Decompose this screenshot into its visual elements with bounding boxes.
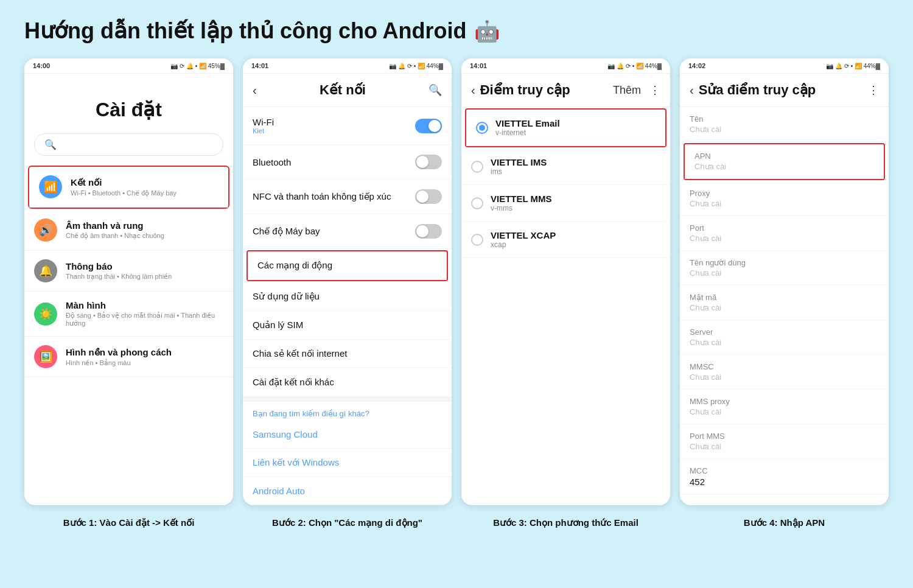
viettel-ims-item[interactable]: VIETTEL IMS ims [461,149,670,185]
viettel-xcap-item[interactable]: VIETTEL XCAP xcap [461,222,670,258]
field-port[interactable]: Port Chưa cài [680,216,889,251]
search-icon-2[interactable]: 🔍 [429,83,442,97]
viettel-ims-sub: ims [491,167,547,176]
cacMang-highlight: Các mạng di động [247,250,448,281]
viettel-xcap-sub: xcap [491,240,556,249]
step2-label: Bước 2: Chọn "Các mạng di động" [243,517,452,528]
field-ten[interactable]: Tên Chưa cài [680,107,889,142]
cacMang-row[interactable]: Các mạng di động [248,251,447,280]
steps-row: Bước 1: Vào Cài đặt -> Kết nối Bước 2: C… [24,517,889,528]
man-hinh-icon: ☀️ [34,303,57,326]
quanLySIM-row[interactable]: Quản lý SIM [243,311,452,340]
settings-item-am-thanh[interactable]: 🔊 Âm thanh và rung Chế độ âm thanh • Nhạ… [24,210,233,251]
nfc-toggle[interactable] [415,189,442,204]
am-thanh-sub: Chế độ âm thanh • Nhạc chuông [66,232,164,240]
hinh-nen-title: Hình nền và phong cách [66,347,172,358]
viettel-email-sub: v-internet [495,128,560,137]
mayBay-toggle[interactable] [415,224,442,239]
search-question: Bạn đang tìm kiếm điều gì khác? [243,402,452,421]
back-button-3[interactable]: ‹ [471,83,475,97]
field-tenNguoiDung[interactable]: Tên người dùng Chưa cài [680,251,889,285]
field-matMa[interactable]: Mật mã Chưa cài [680,285,889,320]
screen1-title: Cài đặt [24,74,233,133]
field-portMMS-value: Chưa cài [690,442,879,451]
time-3: 14:01 [470,62,487,69]
mayBay-label: Chế độ Máy bay [253,226,320,237]
more-button-3[interactable]: ⋮ [649,83,660,97]
search-icon: 🔍 [44,139,57,150]
back-button-2[interactable]: ‹ [253,83,257,97]
radio-inner [479,125,485,131]
radio-unselected-3 [471,234,483,246]
field-proxy[interactable]: Proxy Chưa cài [680,181,889,216]
screen2-header: ‹ Kết nối 🔍 [243,74,452,107]
caiDatKetNoiKhac-row[interactable]: Cài đặt kết nối khác [243,368,452,397]
screen2-title: Kết nối [320,82,366,98]
suDungDuLieu-row[interactable]: Sử dụng dữ liệu [243,282,452,311]
status-icons-2: 📷 🔔 ⟳ • 📶 44%▓ [389,63,443,69]
viettel-xcap-name: VIETTEL XCAP [491,230,556,240]
status-bar-4: 14:02 📷 🔔 ⟳ • 📶 44%▓ [680,58,889,74]
time-2: 14:01 [251,62,268,69]
field-ten-label: Tên [690,114,879,124]
add-button-3[interactable]: Thêm [613,84,641,97]
screen4-title: Sửa điểm truy cập [699,82,816,98]
status-bar-3: 14:01 📷 🔔 ⟳ • 📶 44%▓ [461,58,670,74]
field-apn-label: APN [694,152,874,161]
status-icons-1: 📷 ⟳ 🔔 • 📶 45%▓ [170,63,225,69]
field-mcc[interactable]: MCC 452 [680,459,889,495]
page-title: Hướng dẫn thiết lập thủ công cho Android… [24,18,889,44]
viettel-mms-sub: v-mms [491,204,552,212]
mayBay-row[interactable]: Chế độ Máy bay [243,214,452,249]
field-mmsc[interactable]: MMSC Chưa cài [680,355,889,390]
radio-selected [476,122,488,134]
search-bar[interactable]: 🔍 [34,133,223,156]
viettel-ims-text: VIETTEL IMS ims [491,157,547,176]
field-server[interactable]: Server Chưa cài [680,320,889,355]
ket-noi-text: Kết nối Wi-Fi • Bluetooth • Chế độ Máy b… [71,177,177,197]
nfc-row[interactable]: NFC và thanh toán không tiếp xúc [243,180,452,214]
viettel-mms-text: VIETTEL MMS v-mms [491,194,552,212]
bluetooth-toggle[interactable] [415,155,442,169]
thong-bao-icon: 🔔 [34,259,57,282]
field-ten-value: Chưa cài [690,125,879,134]
viettel-xcap-text: VIETTEL XCAP xcap [491,230,556,249]
field-apn[interactable]: APN Chưa cài [685,144,884,179]
viettel-mms-item[interactable]: VIETTEL MMS v-mms [461,185,670,222]
chiaSeKetNoi-row[interactable]: Chia sẻ kết nối internet [243,340,452,368]
man-hinh-text: Màn hình Độ sáng • Bảo vệ cho mắt thoải … [66,300,223,327]
hinh-nen-text: Hình nền và phong cách Hình nền • Bảng m… [66,347,172,367]
samsung-cloud-link[interactable]: Samsung Cloud [243,421,452,449]
bluetooth-toggle-knob [416,156,429,168]
settings-item-man-hinh[interactable]: ☀️ Màn hình Độ sáng • Bảo vệ cho mắt tho… [24,292,233,337]
viettel-ims-name: VIETTEL IMS [491,157,547,167]
bluetooth-row[interactable]: Bluetooth [243,145,452,180]
field-apn-value: Chưa cài [694,162,874,171]
nfc-label: NFC và thanh toán không tiếp xúc [253,191,391,202]
back-button-4[interactable]: ‹ [690,83,694,97]
field-tenNguoiDung-value: Chưa cài [690,268,879,278]
wifi-toggle-knob [429,120,441,132]
field-portMMS[interactable]: Port MMS Chưa cài [680,424,889,459]
settings-item-hinh-nen[interactable]: 🖼️ Hình nền và phong cách Hình nền • Bản… [24,337,233,377]
field-mmsc-value: Chưa cài [690,373,879,382]
settings-item-ket-noi[interactable]: 📶 Kết nối Wi-Fi • Bluetooth • Chế độ Máy… [29,167,228,208]
viettel-mms-name: VIETTEL MMS [491,194,552,204]
wifi-row[interactable]: Wi-Fi Kiet [243,107,452,145]
settings-item-thong-bao[interactable]: 🔔 Thông báo Thanh trạng thái • Không làm… [24,251,233,292]
wifi-toggle[interactable] [415,119,442,133]
screens-row: 14:00 📷 ⟳ 🔔 • 📶 45%▓ Cài đặt 🔍 📶 Kết nối… [24,58,889,505]
field-mmsProxy[interactable]: MMS proxy Chưa cài [680,390,889,424]
hinh-nen-sub: Hình nền • Bảng màu [66,359,172,367]
title-text: Hướng dẫn thiết lập thủ công cho Android [24,18,467,44]
viettel-email-item[interactable]: VIETTEL Email v-internet [466,110,665,146]
radio-unselected-1 [471,161,483,173]
more-button-4[interactable]: ⋮ [868,83,879,97]
am-thanh-icon: 🔊 [34,219,57,242]
screen3-actions: Thêm ⋮ [613,83,660,97]
screen4: 14:02 📷 🔔 ⟳ • 📶 44%▓ ‹ Sửa điểm truy cập… [680,58,889,505]
thong-bao-title: Thông báo [66,261,172,271]
bluetooth-label: Bluetooth [253,157,291,167]
lien-ket-windows-link[interactable]: Liên kết với Windows [243,449,452,477]
android-auto-link[interactable]: Android Auto [243,477,452,505]
